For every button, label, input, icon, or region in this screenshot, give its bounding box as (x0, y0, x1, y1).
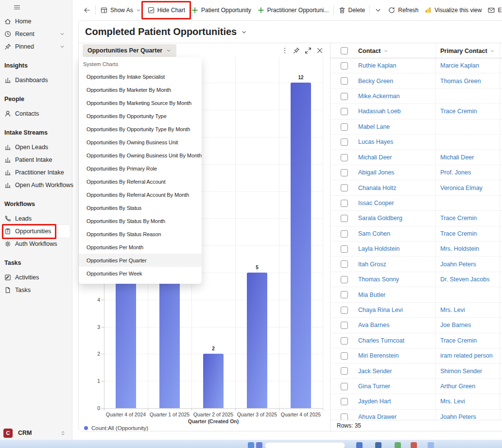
table-row[interactable]: Mabel Lane (330, 120, 502, 135)
table-row[interactable]: Ava BarnesJoe Barnes (330, 318, 502, 333)
table-row[interactable]: Mia Butler (330, 287, 502, 302)
sidebar-item-patient-intake[interactable]: Patient Intake (2, 154, 70, 166)
contact-link[interactable]: Jack Sender (358, 368, 392, 375)
bar-quarter-3-of-2025[interactable] (247, 273, 267, 408)
sidebar-item-tasks[interactable]: Tasks (2, 284, 70, 296)
contact-link[interactable]: Jayden Hart (358, 398, 391, 405)
row-checkbox[interactable] (341, 123, 348, 131)
row-checkbox[interactable] (341, 93, 348, 100)
contact-link[interactable]: Sarala Goldberg (358, 215, 402, 222)
chart-menu-item-opportunities-by-intake-specialist[interactable]: Opportunities By Intake Specialist (79, 70, 202, 83)
toolbar-new-patient-opportunity-button[interactable]: Patient Opportunity (188, 3, 254, 17)
contact-link[interactable]: Chaya Rina Levi (358, 307, 403, 313)
primary-contact-link[interactable]: Trace Cremin (440, 108, 477, 115)
chart-menu-item-opportunities-by-referral-account[interactable]: Opportunities By Referral Account (79, 175, 202, 188)
sidebar-item-leads[interactable]: Leads (2, 212, 70, 225)
column-header-contact[interactable]: Contact (358, 43, 388, 58)
toolbar-refresh-button[interactable]: Refresh (385, 3, 421, 17)
row-checkbox[interactable] (341, 337, 348, 345)
chart-menu-item-opportunities-per-week[interactable]: Opportunities Per Week (79, 267, 202, 280)
contact-link[interactable]: Lucas Hayes (358, 138, 393, 145)
toolbar-email-link-button[interactable]: Email a Link (485, 3, 502, 17)
table-row[interactable]: Chanala HoltzVeronica Elmay (330, 180, 502, 195)
chart-menu-item-opportunities-by-referral-account-by-month[interactable]: Opportunities By Referral Account By Mon… (79, 188, 202, 201)
row-checkbox[interactable] (341, 383, 348, 390)
contact-link[interactable]: Mike Ackerman (358, 93, 399, 100)
sidebar-item-home[interactable]: Home (2, 15, 70, 28)
chart-menu-item-opportunities-by-status-reason[interactable]: Opportunities By Status Reason (79, 227, 202, 241)
toolbar-more-commands-button[interactable] (371, 3, 385, 17)
sidebar-item-open-leads[interactable]: Open Leads (2, 141, 70, 154)
primary-contact-link[interactable]: Michali Deer (440, 154, 474, 161)
bar-quarter-4-of-2025[interactable] (291, 83, 311, 408)
chart-menu-item-opportunities-by-status-by-month[interactable]: Opportunities By Status By Month (79, 214, 202, 227)
row-checkbox[interactable] (341, 367, 348, 375)
table-row[interactable]: Lucas Hayes (330, 135, 502, 150)
primary-contact-link[interactable]: Trace Cremin (440, 337, 477, 344)
contact-link[interactable]: Becky Green (358, 78, 393, 85)
contact-link[interactable]: Ahuva Drawer (358, 414, 397, 420)
chart-menu-item-opportunities-by-primary-role[interactable]: Opportunities By Primary Role (79, 162, 202, 175)
chart-menu-item-opportunities-by-status[interactable]: Opportunities By Status (79, 201, 202, 214)
taskbar-icon[interactable] (411, 442, 417, 448)
primary-contact-link[interactable]: Mrs. Levi (440, 307, 465, 313)
table-row[interactable]: Itah GroszJoahn Peters (330, 257, 502, 272)
contact-link[interactable]: Thomas Sonny (358, 276, 399, 283)
primary-contact-link[interactable]: Mrs. Holdstein (440, 245, 479, 252)
toolbar-back-button[interactable] (80, 3, 94, 17)
table-row[interactable]: Becky GreenThomas Green (330, 73, 502, 88)
row-checkbox[interactable] (341, 322, 348, 329)
contact-link[interactable]: Mabel Lane (358, 123, 390, 130)
table-row[interactable]: Issac Cooper (330, 196, 502, 211)
row-checkbox[interactable] (341, 276, 348, 283)
chart-menu-item-opportunities-by-opportunity-type-by-month[interactable]: Opportunities By Opportunity Type By Mon… (79, 122, 202, 136)
table-row[interactable]: Hadassah LoebTrace Cremin (330, 104, 502, 119)
row-checkbox[interactable] (341, 108, 348, 115)
taskbar-icon[interactable] (428, 442, 434, 448)
taskbar-icon[interactable] (256, 442, 262, 448)
table-row[interactable]: Thomas SonnyDr. Steven Jacobs (330, 272, 502, 287)
taskbar-icon[interactable] (375, 442, 381, 448)
table-row[interactable]: Sarala GoldbergTrace Cremin (330, 211, 502, 226)
row-checkbox[interactable] (341, 169, 348, 176)
chart-menu-item-opportunities-per-month[interactable]: Opportunities Per Month (79, 241, 202, 254)
table-row[interactable]: Layla HoldsteinMrs. Holdstein (330, 241, 502, 257)
taskbar-search[interactable] (265, 442, 345, 448)
contact-link[interactable]: Abigail Jones (358, 169, 394, 176)
table-row[interactable]: Sam CohenTrace Cremin (330, 226, 502, 241)
contact-link[interactable]: Charles Turncoat (358, 337, 404, 344)
chart-menu-item-opportunities-by-opportunity-type[interactable]: Opportunities By Opportunity Type (79, 109, 202, 122)
chart-menu-item-opportunities-per-quarter[interactable]: Opportunities Per Quarter (79, 254, 202, 267)
primary-contact-link[interactable]: Thomas Green (440, 78, 481, 85)
taskbar-icon[interactable] (395, 442, 401, 448)
column-header-primary-contact[interactable]: Primary Contact (440, 43, 495, 58)
primary-contact-link[interactable]: Trace Cremin (440, 230, 477, 237)
contact-link[interactable]: Ava Barnes (358, 322, 389, 328)
taskbar-icon[interactable] (248, 442, 254, 448)
environment-picker[interactable]: C CRM (0, 427, 72, 439)
sidebar-item-recent[interactable]: Recent (2, 28, 70, 40)
select-all-checkbox[interactable] (341, 47, 348, 54)
table-row[interactable]: Ruthie KaplanMarcie Kaplan (330, 58, 502, 73)
primary-contact-link[interactable]: Joahn Peters (440, 261, 476, 268)
row-checkbox[interactable] (341, 307, 348, 314)
primary-contact-link[interactable]: Arthur Green (440, 383, 475, 390)
row-checkbox[interactable] (341, 154, 348, 161)
row-checkbox[interactable] (341, 200, 348, 207)
row-checkbox[interactable] (341, 215, 348, 222)
primary-contact-link[interactable]: Prof. Jones (440, 169, 471, 176)
primary-contact-link[interactable]: iram related person (440, 352, 493, 359)
contact-link[interactable]: Sam Cohen (358, 230, 390, 237)
row-checkbox[interactable] (341, 138, 348, 146)
primary-contact-link[interactable]: Marcie Kaplan (440, 62, 479, 69)
row-checkbox[interactable] (341, 77, 348, 85)
table-row[interactable]: Mike Ackerman (330, 89, 502, 104)
toolbar-visualize-button[interactable]: Visualize this view (421, 3, 485, 17)
table-row[interactable]: Michali DeerMichali Deer (330, 150, 502, 165)
contact-link[interactable]: Ruthie Kaplan (358, 62, 397, 69)
primary-contact-link[interactable]: Trace Cremin (440, 215, 477, 222)
contact-link[interactable]: Hadassah Loeb (358, 108, 401, 115)
primary-contact-link[interactable]: Shimon Sender (440, 368, 482, 375)
table-row[interactable]: Miri Berensteiniram related person (330, 348, 502, 363)
row-checkbox[interactable] (341, 230, 348, 238)
